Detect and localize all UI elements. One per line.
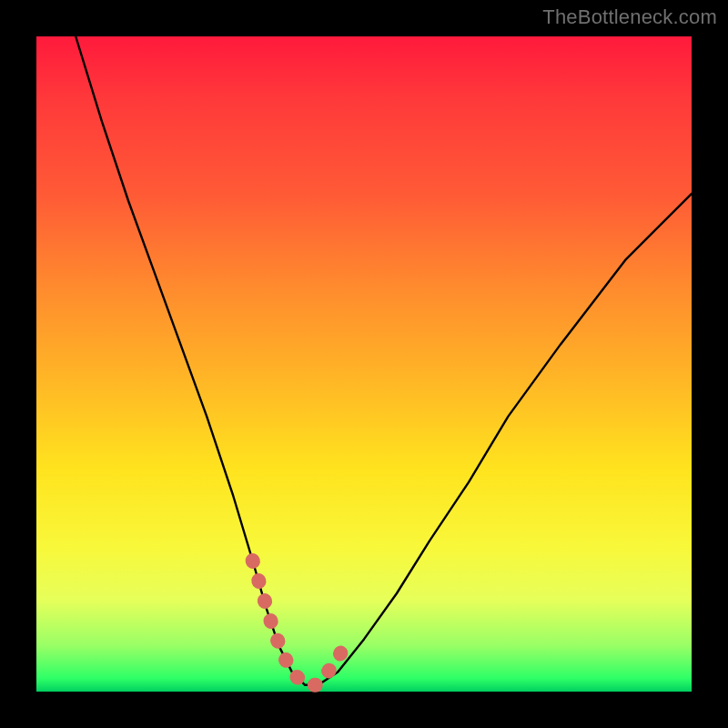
chart-svg [36, 36, 692, 692]
watermark-text: TheBottleneck.com [542, 5, 717, 29]
plot-area [36, 36, 692, 692]
highlight-band [253, 561, 348, 685]
bottleneck-curve [76, 36, 692, 685]
chart-frame: TheBottleneck.com [0, 0, 728, 728]
